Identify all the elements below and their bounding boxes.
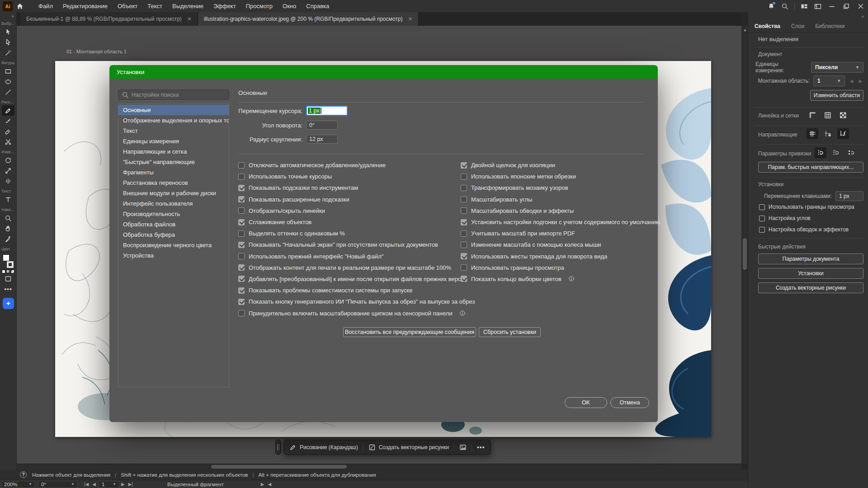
prefs-nav-performance[interactable]: Производительность <box>118 209 229 219</box>
gradient-button[interactable] <box>6 270 10 273</box>
snap-to-pixel-button[interactable] <box>845 147 857 158</box>
rotation-angle-input[interactable]: 0° <box>306 121 338 130</box>
previous-artboard-icon[interactable]: ◀ <box>90 482 98 487</box>
checkbox-unchecked[interactable] <box>238 253 245 259</box>
screen-mode-button[interactable] <box>2 273 14 284</box>
show-guides-button[interactable] <box>807 128 818 139</box>
document-tab-watercolor-jpeg[interactable]: illustration-graphics-watercolor.jpeg @ … <box>198 12 419 26</box>
prev-artboard-icon[interactable]: ◀ <box>849 78 854 84</box>
artboard-number-dropdown[interactable]: 1 ▼ <box>99 481 119 488</box>
prefs-nav-units[interactable]: Единицы измерения <box>118 136 229 146</box>
type-tool-button[interactable] <box>2 194 14 205</box>
rotation-dropdown[interactable]: 0° ▼ <box>38 481 78 488</box>
corner-radius-input[interactable]: 12 px <box>306 135 338 144</box>
scale-tool-button[interactable] <box>2 165 14 176</box>
image-trace-button[interactable] <box>459 444 467 451</box>
checkbox-unchecked[interactable] <box>461 264 467 271</box>
checkbox-unchecked[interactable] <box>759 227 765 233</box>
checkbox-checked[interactable] <box>461 162 467 169</box>
checkbox-unchecked[interactable] <box>238 162 245 169</box>
checkbox-unchecked[interactable] <box>238 207 245 214</box>
fill-swatch[interactable] <box>3 254 9 261</box>
toolbar-expand-icon[interactable]: » <box>11 14 16 19</box>
menu-select[interactable]: Выделение <box>167 0 208 12</box>
smart-guides-button[interactable] <box>837 128 849 139</box>
pencil-tool-button[interactable] <box>2 105 14 116</box>
lock-guides-button[interactable] <box>822 128 834 139</box>
menu-view[interactable]: Просмотр <box>241 0 278 12</box>
horizontal-scrollbar[interactable] <box>17 464 741 469</box>
scissors-tool-button[interactable] <box>2 136 14 147</box>
more-options-button[interactable]: ••• <box>477 446 485 449</box>
direct-selection-tool-button[interactable] <box>2 37 14 47</box>
menu-help[interactable]: Справка <box>301 0 334 12</box>
reset-preferences-button[interactable]: Сбросить установки <box>479 327 541 337</box>
width-tool-button[interactable] <box>2 176 14 186</box>
checkbox-unchecked[interactable] <box>461 196 467 202</box>
checkbox-unchecked[interactable] <box>461 230 467 237</box>
checkbox-checked[interactable] <box>461 276 467 282</box>
scroll-up-icon[interactable]: ▲ <box>742 28 748 32</box>
checkbox-checked[interactable] <box>238 264 245 271</box>
window-minimize-button[interactable] <box>825 0 839 12</box>
eraser-tool-button[interactable] <box>2 126 14 136</box>
prefs-nav-smart-guides[interactable]: "Быстрые" направляющие <box>118 157 229 167</box>
next-artboard-icon[interactable]: ▶ <box>119 482 127 487</box>
checkbox-unchecked[interactable] <box>238 230 245 237</box>
selection-tool-button[interactable] <box>2 27 14 37</box>
edit-toolbar-button[interactable]: ••• <box>2 284 14 294</box>
info-icon[interactable] <box>568 276 575 282</box>
line-tool-button[interactable] <box>2 87 14 97</box>
ok-button[interactable]: OK <box>565 397 607 408</box>
prefs-nav-clipboard[interactable]: Обработка буфера <box>118 230 229 240</box>
edit-artboards-button[interactable]: Изменить области <box>810 90 863 101</box>
prefs-nav-plugins-disks[interactable]: Внешние модули и рабочие диски <box>118 188 229 198</box>
workspace-switcher-button[interactable] <box>797 0 811 12</box>
menu-object[interactable]: Объект <box>113 0 142 12</box>
none-button[interactable] <box>11 270 14 273</box>
create-vector-art-button[interactable]: Создать векторные рисунки <box>368 444 449 451</box>
transparency-grid-button[interactable] <box>837 110 849 121</box>
rotate-tool-button[interactable] <box>2 155 14 165</box>
checkbox-unchecked[interactable] <box>461 207 467 214</box>
quick-action-button-2[interactable]: Установки <box>758 268 863 279</box>
home-button[interactable] <box>13 0 27 12</box>
horizontal-scrollbar-thumb[interactable] <box>211 465 347 469</box>
help-icon[interactable]: ? <box>20 471 27 478</box>
checkbox-unchecked[interactable] <box>461 242 467 248</box>
checkbox-checked[interactable] <box>238 299 245 305</box>
reset-warnings-button[interactable]: Восстановить все предупреждающие сообщен… <box>343 327 476 337</box>
prefs-nav-black-appearance[interactable]: Воспроизведение черного цвета <box>118 240 229 250</box>
last-artboard-icon[interactable]: ▶| <box>127 482 135 487</box>
ellipse-tool-button[interactable] <box>2 76 14 87</box>
panel-expand-icon[interactable]: » <box>861 14 863 19</box>
quick-action-button-1[interactable]: Параметры документа <box>758 253 863 264</box>
fill-stroke-swatches[interactable] <box>2 254 14 268</box>
panel-tab-layers[interactable]: Слои <box>791 23 804 29</box>
checkbox-unchecked[interactable] <box>238 310 245 316</box>
zoom-tool-button[interactable] <box>2 213 14 223</box>
quick-action-button-3[interactable]: Создать векторные рисунки <box>758 282 863 293</box>
menu-window[interactable]: Окно <box>278 0 301 12</box>
panel-tab-libraries[interactable]: Библиотеки <box>815 23 844 29</box>
stroke-swatch[interactable] <box>7 261 14 268</box>
checkbox-checked[interactable] <box>238 287 245 294</box>
rectangle-tool-button[interactable] <box>2 66 14 76</box>
color-button[interactable] <box>2 270 5 273</box>
checkbox-checked[interactable] <box>238 219 245 225</box>
cursor-key-input[interactable]: 1 px <box>306 106 348 116</box>
prefs-nav-file-handling[interactable]: Обработка файлов <box>118 219 229 230</box>
tab-close-icon[interactable]: ✕ <box>408 16 412 22</box>
prefs-nav-type[interactable]: Текст <box>118 126 229 136</box>
prefs-nav-general[interactable]: Основные <box>118 105 229 115</box>
status-back-icon[interactable]: ◀ <box>266 482 273 487</box>
cancel-button[interactable]: Отмена <box>610 397 649 408</box>
checkbox-unchecked[interactable] <box>461 185 467 191</box>
document-tab-untitled-1[interactable]: Безымянный-1 @ 88,89 % (RGB/Предваритель… <box>20 12 198 26</box>
next-artboard-icon[interactable]: ▶ <box>858 78 863 84</box>
checkbox-checked[interactable] <box>461 253 467 259</box>
prefs-nav-guides-grid[interactable]: Направляющие и сетка <box>118 146 229 157</box>
checkbox-unchecked[interactable] <box>238 174 245 180</box>
info-icon[interactable] <box>459 310 466 316</box>
artboard-dropdown[interactable]: 1 ▼ <box>813 75 845 86</box>
